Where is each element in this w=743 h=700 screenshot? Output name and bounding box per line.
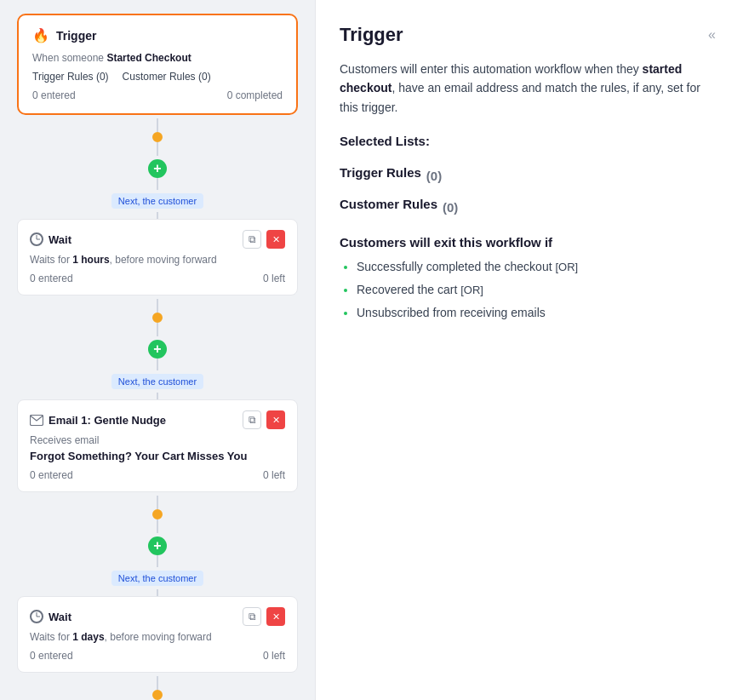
connector-line-12 — [157, 589, 158, 596]
exit-condition-2: Recovered the cart [OR] — [357, 281, 719, 299]
connector-line-9 — [157, 496, 158, 509]
email-step-1-delete-btn[interactable]: ✕ — [266, 410, 285, 429]
trigger-card-title: Trigger — [56, 29, 96, 43]
left-panel: 🔥 Trigger When someone Started Checkout … — [0, 0, 315, 700]
exit-section-title: Customers will exit this workflow if — [340, 235, 719, 250]
email-step-1-subtitle: Receives email — [30, 434, 285, 446]
connector-dot-orange-3 — [152, 509, 163, 519]
trigger-flame-icon: 🔥 — [32, 27, 49, 43]
email-step-1-stats: 0 entered 0 left — [30, 469, 285, 481]
wait-step-2-title: Wait — [30, 610, 71, 623]
wait-step-2-delete-btn[interactable]: ✕ — [266, 607, 285, 626]
wait-step-1-title: Wait — [30, 232, 71, 246]
connector-line-10 — [157, 519, 158, 533]
email-step-1-title: Email 1: Gentle Nudge — [30, 414, 166, 427]
customer-rules-label[interactable]: Customer Rules (0) — [123, 71, 211, 83]
connector-line-7 — [157, 359, 158, 370]
connector-line-1 — [157, 118, 158, 132]
wait-step-1-stats: 0 entered 0 left — [30, 273, 285, 284]
wait-step-1-copy-btn[interactable]: ⧉ — [243, 230, 261, 249]
trigger-completed: 0 completed — [227, 89, 283, 101]
connector-line-5 — [157, 299, 158, 313]
email-step-1-left: 0 left — [263, 469, 285, 481]
wait-step-1-left: 0 left — [263, 273, 285, 284]
connector-line-8 — [157, 393, 158, 399]
exit-conditions-list: Successfully completed the checkout [OR]… — [340, 258, 719, 322]
wait-step-1[interactable]: Wait ⧉ ✕ Waits for 1 hours, before movin… — [17, 219, 298, 295]
exit-condition-3: Unsubscribed from receiving emails — [357, 304, 719, 322]
next-label-1-wrapper: Next, the customer — [111, 193, 203, 209]
exit-condition-1: Successfully completed the checkout [OR] — [357, 258, 719, 276]
wait-step-2-desc: Waits for 1 days, before moving forward — [30, 631, 285, 643]
wait-step-1-entered: 0 entered — [30, 273, 73, 284]
trigger-subtitle: When someone Started Checkout — [32, 52, 283, 64]
trigger-rules-heading: Trigger Rules — [340, 165, 421, 180]
connector-line-13 — [157, 676, 158, 690]
connector-line-6 — [157, 323, 158, 336]
wait-step-2-actions: ⧉ ✕ — [243, 607, 285, 626]
wait-step-2-stats: 0 entered 0 left — [30, 650, 285, 662]
connector-dot-orange-4 — [152, 690, 163, 700]
wait-step-1-delete-btn[interactable]: ✕ — [266, 230, 285, 249]
customer-rules-heading: Customer Rules — [340, 197, 437, 211]
next-label-3: Next, the customer — [111, 571, 203, 586]
connector-dot-orange-1 — [152, 132, 163, 142]
selected-lists-section: Selected Lists: — [340, 134, 719, 155]
wait-step-2[interactable]: Wait ⧉ ✕ Waits for 1 days, before moving… — [17, 596, 298, 673]
wait-step-2-copy-btn[interactable]: ⧉ — [243, 607, 261, 626]
right-panel-desc: Customers will enter this automation wor… — [340, 60, 719, 117]
email-step-1-entered: 0 entered — [30, 469, 73, 481]
next-label-2: Next, the customer — [111, 374, 203, 389]
wait-step-2-left: 0 left — [263, 650, 285, 662]
trigger-rules-section: Trigger Rules (0) — [340, 165, 719, 186]
trigger-entered: 0 entered — [32, 89, 76, 101]
collapse-panel-btn[interactable]: « — [705, 24, 719, 46]
trigger-card[interactable]: 🔥 Trigger When someone Started Checkout … — [17, 14, 298, 115]
right-panel-header: Trigger « — [340, 24, 719, 46]
email-step-1-copy-btn[interactable]: ⧉ — [243, 410, 261, 429]
connector-line-4 — [157, 212, 158, 219]
trigger-rules-count: (0) — [426, 169, 442, 183]
right-panel: Trigger « Customers will enter this auto… — [315, 0, 743, 700]
connector-dot-orange-2 — [152, 313, 163, 323]
connector-line-3 — [157, 178, 158, 190]
next-label-3-wrapper: Next, the customer — [111, 571, 203, 586]
next-label-1: Next, the customer — [111, 193, 203, 209]
wait-step-1-desc: Waits for 1 hours, before moving forward — [30, 254, 285, 266]
add-step-btn-1[interactable]: + — [148, 159, 167, 178]
clock-icon-2 — [30, 610, 43, 623]
next-label-2-wrapper: Next, the customer — [111, 374, 203, 389]
email-step-1-actions: ⧉ ✕ — [243, 410, 285, 429]
trigger-rules-label[interactable]: Trigger Rules (0) — [32, 71, 109, 83]
selected-lists-label: Selected Lists: — [340, 134, 430, 148]
trigger-stats: 0 entered 0 completed — [32, 89, 283, 101]
connector-line-2 — [157, 142, 158, 156]
add-step-btn-2[interactable]: + — [148, 340, 167, 359]
connector-line-11 — [157, 555, 158, 567]
trigger-rules-row: Trigger Rules (0) Customer Rules (0) — [32, 71, 283, 83]
add-step-btn-3[interactable]: + — [148, 536, 167, 555]
right-panel-title: Trigger — [340, 24, 403, 46]
email-step-1-email-name: Forgot Something? Your Cart Misses You — [30, 450, 285, 462]
clock-icon-1 — [30, 232, 43, 246]
customer-rules-count: (0) — [443, 200, 458, 215]
wait-step-2-entered: 0 entered — [30, 650, 73, 662]
customer-rules-section: Customer Rules (0) — [340, 197, 719, 218]
email-step-1[interactable]: Email 1: Gentle Nudge ⧉ ✕ Receives email… — [17, 399, 298, 492]
wait-step-1-actions: ⧉ ✕ — [243, 230, 285, 249]
email-icon — [30, 415, 43, 426]
